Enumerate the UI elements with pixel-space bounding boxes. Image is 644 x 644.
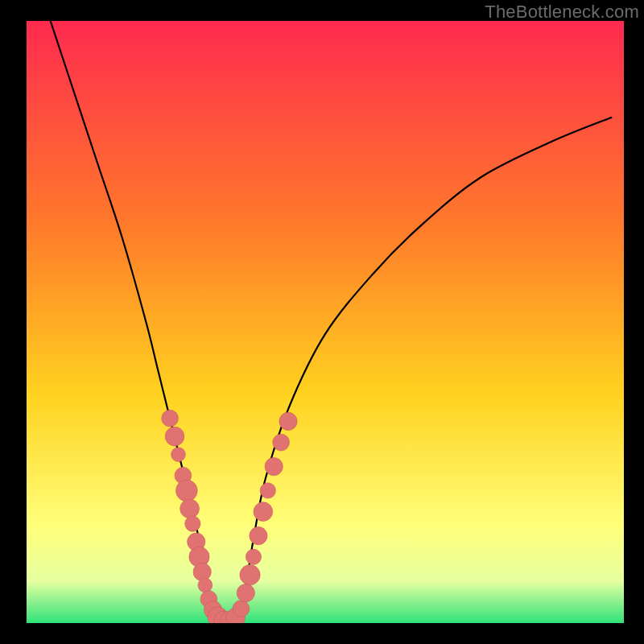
chart-svg xyxy=(27,21,624,623)
curve-marker xyxy=(162,410,179,427)
watermark-text: TheBottleneck.com xyxy=(485,2,639,23)
curve-marker xyxy=(240,565,260,585)
curve-marker xyxy=(246,549,261,564)
curve-marker xyxy=(273,434,290,451)
curve-marker xyxy=(250,526,267,544)
curve-marker xyxy=(185,516,200,531)
curve-marker xyxy=(193,563,211,580)
curve-marker xyxy=(176,480,198,502)
bottleneck-chart xyxy=(27,21,624,623)
curve-marker xyxy=(233,601,250,617)
curve-marker xyxy=(279,412,297,430)
curve-marker xyxy=(237,584,254,601)
curve-marker xyxy=(198,578,213,592)
curve-marker xyxy=(265,457,283,475)
curve-marker xyxy=(260,483,275,498)
outer-black-frame: TheBottleneck.com xyxy=(0,0,644,644)
curve-marker xyxy=(171,448,186,462)
curve-marker xyxy=(254,502,273,522)
curve-marker xyxy=(180,499,200,518)
curve-marker xyxy=(165,427,184,446)
gradient-background xyxy=(27,21,624,623)
